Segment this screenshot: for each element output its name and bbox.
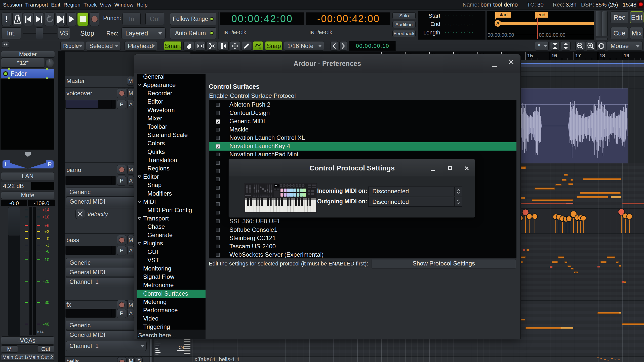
- svg-text:15: 15: [527, 53, 533, 58]
- svg-text:18: 18: [599, 53, 605, 58]
- svg-text:19: 19: [624, 53, 629, 58]
- svg-text:17: 17: [575, 53, 581, 58]
- svg-text:16: 16: [551, 53, 557, 58]
